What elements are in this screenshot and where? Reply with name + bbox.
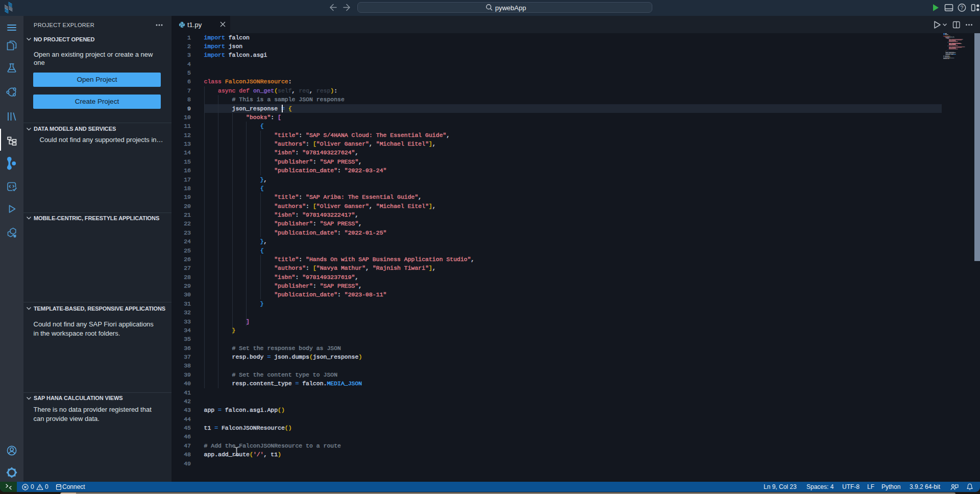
svg-text:?: ? (961, 5, 964, 11)
